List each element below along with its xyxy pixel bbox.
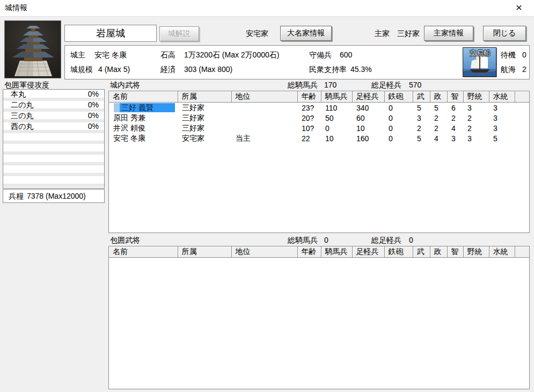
- cell-guns: 0: [384, 103, 413, 113]
- cell-naval: 3: [489, 103, 515, 113]
- liege-name: 三好家: [397, 29, 420, 39]
- cell-filler: [515, 133, 530, 143]
- cell-int: 4: [447, 123, 463, 133]
- selection-lead-mark: [114, 103, 120, 112]
- siege-total-cavalry-label: 総騎馬兵: [288, 236, 318, 245]
- column-header: 年齢: [297, 91, 321, 103]
- cell-pol: 2: [430, 113, 447, 123]
- column-header: 所属: [178, 246, 231, 258]
- cell-naval: 5: [489, 133, 515, 143]
- cell-naval: 3: [489, 113, 515, 123]
- castle-name-box: 岩屋城: [64, 25, 157, 42]
- voyage-label: 航海: [501, 65, 516, 75]
- ward-progress-value: 0%: [88, 90, 104, 98]
- trade-ship-button[interactable]: 交易船: [463, 47, 496, 77]
- provisions-value: 7378 (Max12000): [27, 192, 86, 200]
- column-header: 足軽兵: [352, 91, 384, 103]
- ward-name: 三の丸: [3, 112, 88, 120]
- provisions-box: 兵糧7378 (Max12000): [3, 189, 105, 203]
- cell-foot: 340: [352, 103, 384, 113]
- table-header-row: 名前所属地位年齢騎馬兵足軽兵鉄砲武政智野統水統: [109, 246, 530, 258]
- siege-officers-table: 名前所属地位年齢騎馬兵足軽兵鉄砲武政智野統水統: [109, 246, 530, 258]
- garrison-value: 600: [340, 50, 352, 59]
- castle-photo: [4, 20, 61, 78]
- cell-name: 井沢 頼俊: [109, 123, 178, 133]
- siege-progress-row: [3, 133, 104, 144]
- cell-foot: 10: [352, 123, 384, 133]
- cell-guns: 0: [384, 123, 413, 133]
- column-header: 鉄砲: [384, 246, 413, 258]
- castle-description-button[interactable]: 城解説: [159, 26, 199, 41]
- siege-progress-row: [3, 144, 104, 155]
- siege-total-foot-label: 総足軽兵: [371, 236, 401, 245]
- scale-label: 城規模: [70, 65, 93, 75]
- cell-clan: 三好家: [178, 103, 231, 113]
- castle-name: 岩屋城: [96, 28, 125, 39]
- cell-cavalry: 10: [321, 133, 352, 143]
- total-foot-value: 570: [409, 81, 421, 89]
- column-header: 武: [413, 91, 430, 103]
- siege-officers-table-box: 名前所属地位年齢騎馬兵足軽兵鉄砲武政智野統水統: [108, 246, 530, 389]
- cell-cavalry: 110: [321, 103, 352, 113]
- garrison-label: 守備兵: [309, 50, 332, 60]
- cell-naval: 3: [489, 123, 515, 133]
- siege-progress-row: [3, 165, 104, 176]
- cell-rank: [231, 123, 297, 133]
- castle-officers-title: 城内武将: [110, 81, 140, 90]
- cell-age: 10?: [297, 123, 321, 133]
- cell-war: 2: [413, 123, 430, 133]
- cell-name: 安宅 冬康: [109, 133, 178, 143]
- cell-rank: [231, 113, 297, 123]
- officer-row[interactable]: 井沢 頼俊三好家10?010022423: [109, 123, 530, 133]
- close-icon[interactable]: ×: [509, 0, 529, 16]
- liege-label: 主家: [375, 29, 390, 39]
- lord-value: 安宅 冬康: [94, 50, 127, 60]
- column-header: 武: [413, 246, 430, 258]
- cell-foot: 60: [352, 113, 384, 123]
- castle-officers-table-box: 名前所属地位年齢騎馬兵足軽兵鉄砲武政智野統水統三好 義賢三好家23?110340…: [108, 91, 530, 233]
- economy-label: 経済: [160, 65, 175, 75]
- column-header: 所属: [178, 91, 231, 103]
- liege-info-button[interactable]: 主家情報: [424, 26, 473, 41]
- cell-filler: [515, 103, 530, 113]
- cell-pol: 2: [430, 123, 447, 133]
- siege-progress-row: 本丸0%: [3, 90, 104, 101]
- support-label: 民衆支持率: [309, 65, 347, 75]
- cell-war: 5: [413, 133, 430, 143]
- castle-officers-table: 名前所属地位年齢騎馬兵足軽兵鉄砲武政智野統水統三好 義賢三好家23?110340…: [109, 91, 530, 143]
- castle-info-box: 城主 安宅 冬康 石高 1万3200石 (Max 2万0000石) 守備兵 60…: [64, 45, 530, 79]
- column-header: 智: [447, 246, 463, 258]
- officer-row[interactable]: 原田 秀兼三好家20?5060032223: [109, 113, 530, 123]
- waiting-value: 0: [522, 50, 526, 59]
- cell-clan: 三好家: [178, 123, 231, 133]
- selected-officer-name: 三好 義賢: [120, 103, 175, 112]
- cell-foot: 160: [352, 133, 384, 143]
- column-header-filler: [515, 246, 530, 258]
- cell-pol: 4: [430, 133, 447, 143]
- column-header: 鉄砲: [384, 91, 413, 103]
- cell-guns: 0: [384, 113, 413, 123]
- officer-row[interactable]: 安宅 冬康安宅家当主2210160054335: [109, 133, 530, 143]
- cell-field: 3: [463, 103, 489, 113]
- siege-progress-row: [3, 155, 104, 165]
- siege-officers-title: 包囲武将: [110, 236, 140, 245]
- column-header: 野統: [463, 246, 489, 258]
- officer-row[interactable]: 三好 義賢三好家23?110340055633: [109, 103, 530, 113]
- cell-clan: 安宅家: [178, 133, 231, 143]
- cell-cavalry: 50: [321, 113, 352, 123]
- ward-name: 二の丸: [3, 101, 88, 109]
- voyage-value: 2: [522, 65, 526, 74]
- close-button[interactable]: 閉じる: [483, 26, 526, 41]
- daimyo-info-button[interactable]: 大名家情報: [280, 26, 332, 41]
- ward-name: 西の丸: [3, 122, 88, 130]
- cell-field: 2: [463, 113, 489, 123]
- kokudaka-value: 1万3200石 (Max 2万0000石): [184, 50, 279, 60]
- column-header-filler: [515, 91, 530, 103]
- cell-field: 3: [463, 133, 489, 143]
- ward-name: 本丸: [3, 90, 88, 98]
- column-header: 地位: [231, 246, 297, 258]
- column-header: 名前: [109, 91, 178, 103]
- ward-progress-value: 0%: [88, 112, 104, 120]
- column-header: 政: [430, 91, 447, 103]
- siege-progress-row: 二の丸0%: [3, 101, 104, 112]
